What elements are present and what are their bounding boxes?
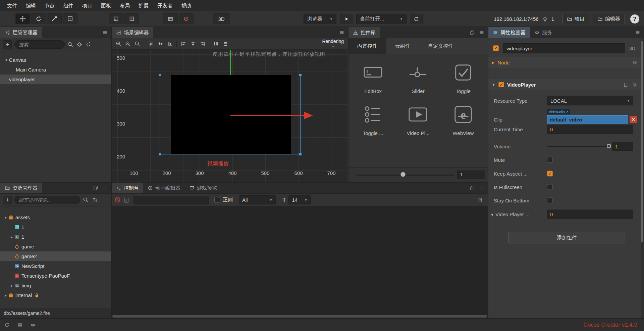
distribute-v-icon[interactable]	[221, 40, 229, 48]
zoom-out-icon[interactable]	[124, 40, 132, 48]
float-panel-icon[interactable]	[93, 185, 98, 191]
layers-icon[interactable]	[17, 322, 23, 328]
gear-icon[interactable]	[632, 82, 637, 87]
widget-toggle-group[interactable]: Toggle ...	[351, 104, 395, 136]
align-bottom-icon[interactable]	[166, 40, 174, 48]
clip-asset-type-tag[interactable]: video-clip ↗	[547, 109, 570, 114]
zoom-in-icon[interactable]	[114, 40, 122, 48]
node-section-header[interactable]: ▶ Node	[488, 57, 641, 68]
open-project-button[interactable]: 项目	[562, 14, 589, 24]
panel-menu-icon[interactable]	[635, 30, 640, 35]
menu-item-10[interactable]: 帮助	[177, 0, 196, 11]
gizmo-x-arrowhead[interactable]	[304, 112, 313, 119]
caret-right-icon[interactable]: ▸	[3, 293, 8, 298]
tab-inspector-1[interactable]: 属性检查器	[488, 27, 530, 38]
widget-editbox[interactable]: EditBox	[351, 62, 395, 94]
locate-icon[interactable]	[76, 42, 82, 47]
scene-canvas[interactable]: 使用鼠标右键平移视窗焦点，使用滚轮缩放视图 视频播放 1002003004005…	[112, 50, 348, 182]
tab-console-1[interactable]: 控制台	[112, 183, 143, 193]
resize-handle[interactable]	[299, 74, 302, 76]
current-time-input[interactable]	[547, 125, 633, 134]
asset-item-assets[interactable]: ▾assets	[0, 212, 111, 222]
widget-webview[interactable]: eWebView	[441, 104, 486, 136]
refresh-icon[interactable]	[86, 42, 91, 47]
volume-input[interactable]	[612, 142, 633, 151]
create-node-button[interactable]: +	[3, 40, 12, 49]
console-log-area[interactable]	[112, 206, 488, 318]
pivot-tool-button[interactable]	[109, 13, 123, 24]
align-right-icon[interactable]	[198, 40, 206, 48]
menu-item-3[interactable]: 节点	[40, 0, 59, 11]
gear-icon[interactable]	[632, 60, 637, 65]
tab-console-2[interactable]: 动画编辑器	[143, 183, 185, 193]
docs-icon[interactable]	[623, 82, 628, 87]
rendering-dropdown[interactable]: Rendering ▼	[322, 39, 344, 49]
eye-icon[interactable]	[30, 322, 36, 328]
tab-hierarchy[interactable]: 层级管理器	[0, 27, 42, 38]
node-active-checkbox[interactable]	[493, 45, 499, 51]
gizmo-x-axis[interactable]	[230, 115, 305, 116]
inspector-scrollbar[interactable]	[641, 38, 644, 318]
gizmo-y-axis[interactable]	[230, 50, 231, 75]
stay-on-bottom-checkbox[interactable]	[547, 198, 553, 203]
resource-type-select[interactable]: LOCAL ▼	[547, 96, 633, 105]
menu-item-4[interactable]: 组件	[59, 0, 78, 11]
clear-log-icon[interactable]	[114, 197, 121, 203]
tab-scene[interactable]: 场景编辑器	[112, 27, 153, 38]
console-hscrollbar[interactable]	[112, 315, 487, 318]
resize-handle[interactable]	[299, 153, 302, 155]
asset-item-1[interactable]: ▸1	[0, 232, 111, 242]
font-size-select[interactable]: 14 ▼	[288, 195, 311, 204]
volume-slider-knob[interactable]	[607, 144, 611, 148]
target-tool-button[interactable]	[179, 13, 194, 24]
caret-right-icon[interactable]: ▶	[492, 60, 494, 65]
videoplayer-section-header[interactable]: ▼ VideoPlayer	[488, 79, 641, 90]
tab-inspector-2[interactable]: 服务	[530, 27, 556, 38]
zoom-slider-knob[interactable]	[400, 172, 406, 177]
zoom-reset-icon[interactable]	[133, 40, 141, 48]
resize-handle[interactable]	[159, 153, 161, 155]
menu-item-5[interactable]: 项目	[78, 0, 97, 11]
caret-down-icon[interactable]: ▼	[490, 213, 494, 217]
inspector-scrollbar-thumb[interactable]	[641, 41, 643, 242]
menu-item-1[interactable]: 文件	[3, 0, 21, 11]
hierarchy-node-main-camera[interactable]: Main Camera	[0, 65, 111, 75]
widget-tab-2[interactable]: 云组件	[386, 38, 419, 54]
assets-search-input[interactable]	[14, 196, 80, 204]
asset-item-internal[interactable]: ▸internal	[0, 290, 111, 298]
tab-widget-library[interactable]: 控件库	[348, 27, 380, 38]
clip-clear-button[interactable]: ✕	[630, 116, 637, 123]
tab-assets[interactable]: 资源管理器	[0, 183, 42, 193]
menu-item-2[interactable]: 编辑	[21, 0, 40, 11]
rotate-tool-button[interactable]	[31, 13, 46, 24]
distribute-h-icon[interactable]	[212, 40, 220, 48]
caret-right-icon[interactable]: ▸	[9, 283, 14, 288]
rect-tool-button[interactable]	[63, 13, 77, 24]
sort-icon[interactable]	[92, 197, 98, 203]
3d-mode-button[interactable]: 3D	[213, 13, 230, 24]
align-top-icon[interactable]	[147, 40, 155, 48]
panel-menu-icon[interactable]	[479, 30, 484, 35]
widget-tab-1[interactable]: 内置控件	[348, 38, 386, 54]
asset-item-tensentype-paopaof[interactable]: TTensentype-PaoPaoF	[0, 271, 111, 281]
float-panel-icon[interactable]	[470, 30, 475, 35]
open-scene-select[interactable]: 当前打开... ▼	[356, 14, 407, 24]
asset-item-game[interactable]: game	[0, 242, 111, 251]
align-left-icon[interactable]	[179, 40, 187, 48]
play-button[interactable]	[340, 14, 353, 24]
align-center-icon[interactable]	[189, 40, 197, 48]
widget-toggle[interactable]: Toggle	[441, 62, 486, 94]
keep-aspect-checkbox[interactable]	[547, 171, 553, 177]
float-panel-icon[interactable]	[470, 185, 475, 191]
hierarchy-node-videoplayer[interactable]: videoplayer	[0, 75, 111, 84]
mute-checkbox[interactable]	[547, 157, 553, 163]
open-editor-button[interactable]: 编辑器	[593, 14, 625, 24]
search-icon[interactable]	[67, 42, 73, 47]
volume-slider-track[interactable]	[547, 146, 609, 147]
hierarchy-search-input[interactable]	[14, 40, 65, 49]
export-log-icon[interactable]	[477, 197, 482, 203]
tab-console-3[interactable]: 游戏预览	[185, 183, 221, 193]
regex-checkbox[interactable]	[214, 197, 220, 203]
menu-item-8[interactable]: 扩展	[134, 0, 153, 11]
asset-item-timg[interactable]: ▸timg	[0, 281, 111, 290]
